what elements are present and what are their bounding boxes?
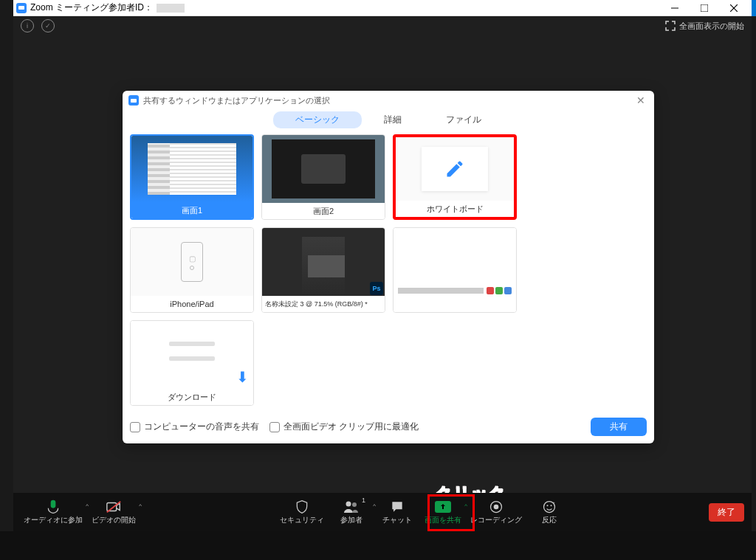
svg-point-9 [494, 504, 499, 509]
participants-button[interactable]: 参加者 1 ^ [330, 498, 373, 527]
svg-point-6 [346, 501, 351, 506]
minimize-button[interactable] [660, 1, 690, 15]
share-option-screen1[interactable]: 画面1 [130, 134, 254, 220]
dialog-title: 共有するウィンドウまたはアプリケーションの選択 [143, 95, 330, 106]
fullscreen-button[interactable]: 全画面表示の開始 [665, 21, 744, 32]
meeting-info-bar: i ✓ 全画面表示の開始 [13, 16, 752, 35]
end-meeting-button[interactable]: 終了 [709, 503, 744, 522]
photoshop-thumbnail [262, 228, 385, 296]
share-option-screen2[interactable]: 画面2 [261, 134, 385, 220]
chevron-up-icon[interactable]: ^ [139, 502, 142, 509]
chat-button[interactable]: チャット [376, 498, 419, 527]
maximize-button[interactable] [690, 1, 719, 15]
share-option-whiteboard[interactable]: ホワイトボード [393, 134, 517, 220]
svg-point-7 [352, 502, 357, 507]
photoshop-icon: Ps [370, 282, 383, 295]
screen2-thumbnail [262, 135, 385, 203]
share-option-app[interactable] [393, 227, 517, 313]
share-option-photoshop[interactable]: Ps 名称未設定 3 @ 71.5% (RGB/8#) * [261, 227, 385, 313]
tab-basic[interactable]: ベーシック [273, 111, 362, 128]
svg-point-12 [551, 505, 552, 506]
share-button[interactable]: 共有 [591, 418, 647, 436]
close-icon[interactable]: ✕ [633, 94, 648, 106]
download-thumbnail [131, 321, 253, 389]
tab-file[interactable]: ファイル [424, 111, 504, 128]
reactions-button[interactable]: + 反応 [528, 498, 571, 527]
close-button[interactable] [719, 1, 749, 15]
optimize-video-checkbox[interactable]: 全画面ビデオ クリップ用に最適化 [269, 421, 419, 433]
whiteboard-thumbnail [396, 137, 514, 201]
zoom-logo-icon [128, 95, 139, 106]
window-title: Zoom ミーティング参加者ID： [30, 1, 153, 14]
security-button[interactable]: セキュリティ [277, 498, 327, 527]
share-audio-checkbox[interactable]: コンピューターの音声を共有 [130, 421, 259, 433]
share-screen-button[interactable]: 画面を共有 ^ [422, 498, 464, 527]
participants-count: 1 [362, 497, 365, 504]
record-button[interactable]: レコーディング [467, 498, 525, 527]
tab-advanced[interactable]: 詳細 [362, 111, 424, 128]
participant-id-mask [157, 4, 185, 13]
svg-rect-4 [107, 502, 117, 511]
download-arrow-icon: ⬇ [236, 368, 249, 386]
svg-rect-1 [701, 4, 708, 12]
windows-taskbar [0, 531, 756, 560]
info-icon[interactable]: i [21, 19, 34, 32]
titlebar: Zoom ミーティング参加者ID： [13, 0, 752, 16]
zoom-window: Zoom ミーティング参加者ID： i ✓ 全画面表示の開始 共有するウィンドウ… [13, 0, 752, 531]
shield-icon[interactable]: ✓ [41, 19, 55, 32]
svg-point-11 [547, 505, 549, 506]
start-video-button[interactable]: ビデオの開始 ^ [89, 498, 139, 527]
join-audio-button[interactable]: オーディオに参加 ^ [21, 498, 86, 527]
screen1-thumbnail [131, 136, 252, 202]
share-option-iphone[interactable]: ▢ iPhone/iPad [130, 227, 254, 313]
share-option-download[interactable]: ⬇ ダウンロード [130, 320, 254, 406]
svg-text:+: + [552, 499, 555, 504]
zoom-logo-icon [16, 3, 27, 13]
share-dialog: 共有するウィンドウまたはアプリケーションの選択 ✕ ベーシック 詳細 ファイル … [123, 91, 654, 443]
meeting-toolbar: オーディオに参加 ^ ビデオの開始 ^ セキュリティ 参加者 1 ^ チャット … [13, 493, 752, 531]
iphone-thumbnail: ▢ [131, 228, 253, 296]
